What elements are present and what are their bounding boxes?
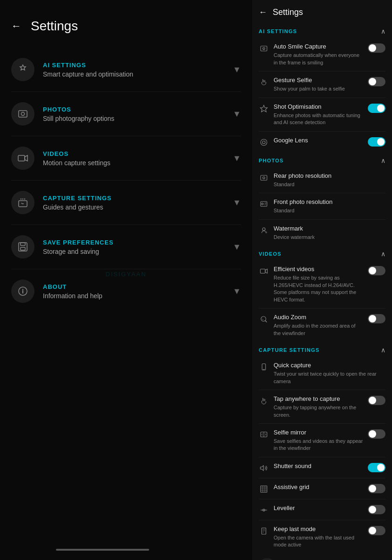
efficient-videos-control[interactable] xyxy=(368,265,385,275)
about-icon xyxy=(11,280,34,303)
audio-zoom-title: Audio Zoom xyxy=(274,313,363,322)
auto-smile-toggle[interactable] xyxy=(368,43,385,53)
gesture-selfie-icon xyxy=(259,77,269,87)
capture-settings-section-chevron: ∧ xyxy=(381,346,385,354)
keep-last-mode-toggle[interactable] xyxy=(368,526,385,535)
gesture-selfie-toggle[interactable] xyxy=(368,77,385,86)
svg-point-8 xyxy=(263,48,265,50)
svg-rect-7 xyxy=(261,46,267,51)
photos-section-header[interactable]: PHOTOS ∧ xyxy=(252,152,392,167)
shutter-sound-title: Shutter sound xyxy=(274,462,363,470)
selfie-mirror-toggle[interactable] xyxy=(368,429,385,439)
front-photo-res-icon xyxy=(259,199,269,209)
setting-watermark[interactable]: Watermark Device watermark xyxy=(252,220,392,246)
photos-section-label: PHOTOS xyxy=(259,158,283,163)
right-header: ← Settings xyxy=(252,0,392,23)
quick-capture-icon xyxy=(259,362,269,372)
sidebar-item-photos[interactable]: PHOTOS Still photography options ▼ xyxy=(11,92,241,136)
right-back-button[interactable]: ← xyxy=(259,7,267,17)
capture-settings-section-header[interactable]: CAPTURE SETTINGS ∧ xyxy=(252,342,392,357)
left-panel: ← Settings AI SETTINGS Smart capture and… xyxy=(0,0,252,560)
shutter-sound-toggle[interactable] xyxy=(368,463,385,472)
sidebar-item-videos[interactable]: VIDEOS Motion capture settings ▼ xyxy=(11,136,241,181)
gesture-selfie-sub: Show your palm to take a selfie xyxy=(274,85,363,92)
assistive-grid-toggle[interactable] xyxy=(368,484,385,493)
assistive-grid-icon xyxy=(259,484,269,494)
leveller-toggle[interactable] xyxy=(368,505,385,514)
setting-efficient-videos: Efficient videos Reduce file size by sav… xyxy=(252,260,392,308)
tap-anywhere-control[interactable] xyxy=(368,395,385,405)
ai-settings-section-chevron: ∧ xyxy=(381,28,385,35)
google-lens-icon xyxy=(259,137,269,147)
google-lens-control[interactable] xyxy=(368,136,385,147)
photos-section-chevron: ∧ xyxy=(381,157,385,164)
selfie-mirror-sub: Save selfies and videos as they appear i… xyxy=(274,438,363,452)
setting-front-photo-res[interactable]: Front photo resolution Standard xyxy=(252,193,392,219)
svg-rect-21 xyxy=(261,486,267,492)
auto-smile-icon xyxy=(259,43,269,54)
audio-zoom-toggle[interactable] xyxy=(368,314,385,323)
assistive-grid-control[interactable] xyxy=(368,483,385,493)
capture-settings-chevron: ▼ xyxy=(233,198,241,208)
front-photo-res-title: Front photo resolution xyxy=(274,198,385,206)
sidebar-item-ai-settings[interactable]: AI SETTINGS Smart capture and optimisati… xyxy=(11,48,241,92)
gesture-selfie-control[interactable] xyxy=(368,76,385,86)
efficient-videos-icon xyxy=(259,266,269,276)
svg-rect-17 xyxy=(261,269,266,273)
audio-zoom-control[interactable] xyxy=(368,313,385,323)
videos-label: VIDEOS xyxy=(43,150,233,157)
efficient-videos-toggle[interactable] xyxy=(368,266,385,275)
shot-optimisation-toggle[interactable] xyxy=(368,104,385,113)
assistive-grid-title: Assistive grid xyxy=(274,483,363,491)
videos-section-header[interactable]: VIDEOS ∧ xyxy=(252,245,392,260)
svg-rect-0 xyxy=(19,111,27,117)
shot-optimisation-sub: Enhance photos with automatic tuning and… xyxy=(274,112,363,126)
setting-rear-photo-res[interactable]: Rear photo resolution Standard xyxy=(252,167,392,193)
keep-last-mode-control[interactable] xyxy=(368,525,385,535)
bottom-nav-bar xyxy=(56,549,149,551)
ai-settings-chevron: ▼ xyxy=(233,65,241,75)
capture-settings-desc: Guides and gestures xyxy=(43,203,233,211)
shot-optimisation-control[interactable] xyxy=(368,103,385,113)
svg-point-10 xyxy=(261,139,267,146)
watermark-setting-icon xyxy=(259,225,269,236)
about-desc: Information and help xyxy=(43,292,233,300)
shutter-sound-control[interactable] xyxy=(368,462,385,472)
selfie-mirror-control[interactable] xyxy=(368,428,385,439)
save-preferences-chevron: ▼ xyxy=(233,242,241,252)
ai-settings-section-header[interactable]: AI SETTINGS ∧ xyxy=(252,23,392,38)
sidebar-item-about[interactable]: ABOUT Information and help ▼ xyxy=(11,269,241,313)
auto-smile-control[interactable] xyxy=(368,42,385,53)
photos-icon xyxy=(11,102,34,126)
svg-rect-2 xyxy=(18,155,25,161)
shutter-sound-icon xyxy=(259,463,269,473)
svg-rect-5 xyxy=(21,247,25,250)
quick-capture-sub: Twist your wrist twice quickly to open t… xyxy=(274,371,385,385)
audio-zoom-icon xyxy=(259,314,269,324)
capture-settings-icon xyxy=(11,191,34,214)
ai-settings-desc: Smart capture and optimisation xyxy=(43,70,233,78)
setting-shutter-sound: Shutter sound xyxy=(252,457,392,478)
save-preferences-collapsed[interactable]: SAVE PREFERENCES Storage and saving ▼ xyxy=(252,553,392,560)
tap-anywhere-icon xyxy=(259,396,269,406)
setting-audio-zoom: Audio Zoom Amplify audio in the zoomed a… xyxy=(252,308,392,342)
back-button[interactable]: ← xyxy=(11,20,21,32)
ai-settings-icon xyxy=(11,58,34,81)
sidebar-item-capture-settings[interactable]: CAPTURE SETTINGS Guides and gestures ▼ xyxy=(11,181,241,225)
audio-zoom-sub: Amplify audio in the zoomed area of the … xyxy=(274,322,363,337)
about-chevron: ▼ xyxy=(233,287,241,296)
leveller-control[interactable] xyxy=(368,504,385,514)
sidebar-item-save-preferences[interactable]: SAVE PREFERENCES Storage and saving ▼ xyxy=(11,225,241,269)
svg-point-11 xyxy=(262,141,265,144)
tap-anywhere-title: Tap anywhere to capture xyxy=(274,395,363,403)
selfie-mirror-title: Selfie mirror xyxy=(274,428,363,437)
svg-rect-4 xyxy=(21,243,25,245)
right-panel: ← Settings AI SETTINGS ∧ Auto Smile Capt… xyxy=(252,0,392,560)
tap-anywhere-sub: Capture by tapping anywhere on the scree… xyxy=(274,404,363,419)
setting-tap-anywhere: Tap anywhere to capture Capture by tappi… xyxy=(252,390,392,423)
rear-photo-res-sub: Standard xyxy=(274,181,385,188)
google-lens-toggle[interactable] xyxy=(368,137,385,147)
ai-settings-label: AI SETTINGS xyxy=(43,62,233,69)
tap-anywhere-toggle[interactable] xyxy=(368,396,385,405)
google-lens-title: Google Lens xyxy=(274,136,363,145)
